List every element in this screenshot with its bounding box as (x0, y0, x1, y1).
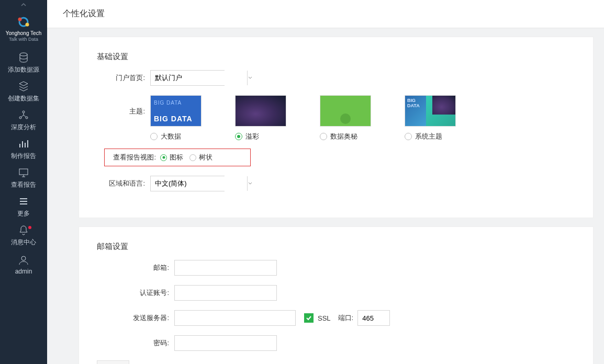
report-view-row: 查看报告视图: 图标 树状 (97, 149, 575, 166)
bell-icon (18, 224, 29, 236)
menu-icon (18, 196, 29, 207)
email-settings-card: 邮箱设置 邮箱: 认证账号: 发送服务器: SSL 端口: 密码: (79, 226, 594, 364)
svg-rect-7 (19, 169, 28, 175)
password-row: 密码: (97, 335, 575, 351)
brand-name: Yonghong Tech (6, 30, 41, 37)
radio-icon (150, 133, 158, 140)
theme-secret[interactable]: 数据奥秘 (320, 95, 371, 141)
svg-point-8 (21, 256, 26, 260)
radio-selected-icon (160, 154, 167, 161)
radio-icon (189, 154, 196, 161)
logo-icon (16, 15, 31, 29)
radio-icon (405, 133, 412, 140)
portal-select[interactable] (150, 70, 225, 86)
radio-icon (320, 133, 327, 140)
theme-options: 大数据 溢彩 数据奥秘 系统主题 (150, 95, 456, 141)
basic-section-title: 基础设置 (97, 52, 575, 62)
chevron-down-icon (248, 181, 253, 186)
report-view-label: 查看报告视图: (110, 153, 160, 162)
nav-more[interactable]: 更多 (0, 192, 47, 221)
nav-deep-analysis[interactable]: 深度分析 (0, 106, 47, 135)
locale-select[interactable] (150, 176, 225, 191)
theme-bigdata[interactable]: 大数据 (150, 95, 202, 141)
brand-logo: Yonghong Tech Talk with Data (6, 9, 41, 49)
svg-point-1 (18, 18, 22, 21)
theme-system[interactable]: 系统主题 (405, 95, 456, 141)
notification-dot (28, 226, 31, 229)
portal-row: 门户首页: (97, 70, 575, 86)
port-input[interactable] (357, 310, 390, 326)
theme-label: 主题: (97, 95, 150, 116)
bar-chart-icon (18, 138, 29, 150)
smtp-label: 发送服务器: (97, 313, 174, 323)
sidebar-collapse-toggle[interactable] (0, 0, 47, 9)
report-view-tree-mode[interactable]: 树状 (189, 153, 212, 162)
report-view-highlight: 查看报告视图: 图标 树状 (104, 149, 251, 166)
locale-select-dropdown[interactable] (247, 176, 253, 191)
verify-button[interactable]: 校验 (97, 360, 129, 364)
nav-create-dataset[interactable]: 创建数据集 (0, 77, 47, 106)
user-icon (18, 254, 29, 266)
ssl-label: SSL (318, 314, 331, 322)
locale-row: 区域和语言: (97, 176, 575, 191)
basic-settings-card: 基础设置 门户首页: 主题: 大数据 (79, 37, 594, 218)
main: 个性化设置 基础设置 门户首页: 主题: 大数据 (47, 0, 604, 364)
theme-secret-thumb (320, 95, 371, 127)
layers-icon (18, 81, 29, 92)
theme-colorful[interactable]: 溢彩 (235, 95, 286, 141)
theme-bigdata-thumb (150, 95, 202, 127)
theme-system-thumb (405, 95, 456, 127)
portal-select-input[interactable] (151, 71, 247, 85)
smtp-row: 发送服务器: SSL 端口: (97, 310, 575, 326)
report-view-icon-mode[interactable]: 图标 (160, 153, 183, 162)
portal-label: 门户首页: (97, 73, 150, 83)
nav-add-datasource[interactable]: 添加数据源 (0, 49, 47, 77)
database-icon (18, 52, 29, 63)
topbar: 个性化设置 (47, 0, 604, 28)
nav-view-report[interactable]: 查看报告 (0, 164, 47, 192)
mailbox-input[interactable] (174, 260, 277, 276)
port-label: 端口: (338, 313, 354, 323)
brand-tagline: Talk with Data (6, 37, 41, 42)
check-icon (306, 315, 312, 321)
nav: 添加数据源 创建数据集 深度分析 制作报告 查看报告 更多 消息中心 (0, 49, 47, 279)
nav-user[interactable]: admin (0, 250, 47, 279)
network-icon (18, 109, 29, 121)
locale-label: 区域和语言: (97, 179, 150, 188)
smtp-input[interactable] (174, 310, 296, 326)
chevron-up-icon (20, 2, 27, 8)
email-section-title: 邮箱设置 (97, 242, 575, 252)
chevron-down-icon (248, 75, 253, 81)
password-label: 密码: (97, 338, 174, 348)
locale-select-input[interactable] (151, 176, 247, 191)
theme-colorful-thumb (235, 95, 286, 127)
report-view-radio-group: 图标 树状 (160, 153, 212, 162)
radio-selected-icon (235, 133, 242, 140)
ssl-checkbox[interactable] (304, 313, 314, 323)
theme-row: 主题: 大数据 溢彩 数据奥秘 (97, 95, 575, 141)
password-input[interactable] (174, 335, 277, 351)
content: 基础设置 门户首页: 主题: 大数据 (47, 28, 604, 364)
mailbox-row: 邮箱: (97, 260, 575, 276)
nav-notifications[interactable]: 消息中心 (0, 221, 47, 250)
svg-point-4 (23, 111, 25, 113)
account-label: 认证账号: (97, 288, 174, 298)
page-title: 个性化设置 (63, 8, 105, 19)
mailbox-label: 邮箱: (97, 263, 174, 272)
svg-point-3 (20, 53, 27, 56)
verify-row: 校验 会发送邮件到配置的邮箱，请留意查看。 (97, 360, 575, 364)
sidebar: Yonghong Tech Talk with Data 添加数据源 创建数据集… (0, 0, 47, 364)
account-row: 认证账号: (97, 285, 575, 301)
monitor-icon (18, 167, 29, 178)
portal-select-dropdown[interactable] (247, 71, 253, 85)
svg-point-2 (26, 23, 29, 27)
nav-create-report[interactable]: 制作报告 (0, 135, 47, 164)
account-input[interactable] (174, 285, 277, 301)
